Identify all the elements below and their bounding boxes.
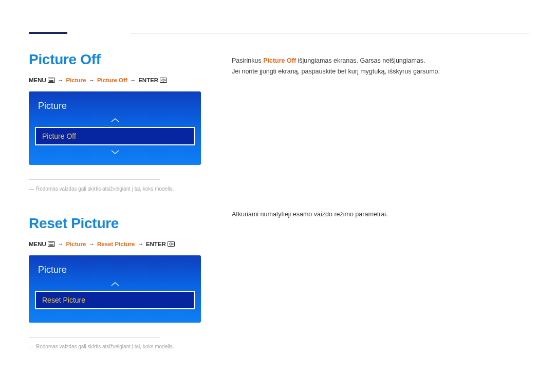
chevron-up-icon[interactable] (35, 117, 195, 124)
breadcrumb-reset-picture: MENU → Picture → Reset Picture → ENTER (29, 241, 201, 247)
osd-panel-reset-picture: Picture Reset Picture (29, 255, 201, 323)
osd-panel-title: Picture (38, 101, 193, 111)
osd-panel-picture-off: Picture Picture Off (29, 91, 201, 165)
section-heading-picture-off: Picture Off (29, 51, 201, 68)
body-text-suffix: išjungiamas ekranas. Garsas neišjungiama… (296, 57, 425, 64)
arrow-glyph: → (57, 241, 65, 247)
breadcrumb-menu-label: MENU (29, 77, 46, 83)
body-paragraph: Jei norite įjungti ekraną, paspauskite b… (232, 66, 529, 77)
section-heading-reset-picture: Reset Picture (29, 215, 201, 232)
footnote-text: ―Rodomas vaizdas gali skirtis atsižvelgi… (29, 185, 201, 193)
arrow-glyph: → (87, 241, 96, 247)
breadcrumb-enter-label: ENTER (146, 241, 166, 247)
footnote-content: Rodomas vaizdas gali skirtis atsižvelgia… (36, 344, 174, 349)
breadcrumb-menu-label: MENU (29, 241, 46, 247)
menu-icon (48, 241, 55, 247)
body-text-highlight: Picture Off (263, 57, 296, 64)
menu-icon (48, 78, 55, 83)
body-text-prefix: Pasirinkus (232, 57, 263, 64)
footnote-divider (29, 179, 160, 180)
breadcrumb-item: Reset Picture (97, 241, 135, 247)
breadcrumb-item: Picture (66, 77, 86, 83)
page-content: Picture Off MENU → Picture → Picture Off… (0, 0, 555, 371)
dash-glyph: ― (29, 186, 34, 192)
breadcrumb-enter-label: ENTER (138, 77, 158, 83)
arrow-glyph: → (87, 77, 96, 83)
osd-selected-item[interactable]: Reset Picture (35, 291, 195, 309)
enter-icon (168, 241, 175, 247)
breadcrumb-item: Picture Off (97, 77, 127, 83)
chevron-down-icon[interactable] (35, 148, 195, 156)
header-accent-bar (29, 32, 67, 34)
arrow-glyph: → (129, 77, 137, 83)
breadcrumb-item: Picture (66, 241, 86, 247)
footnote-divider (29, 337, 160, 338)
body-paragraph: Atkuriami numatytieji esamo vaizdo režim… (232, 209, 529, 220)
body-paragraph: Pasirinkus Picture Off išjungiamas ekran… (232, 55, 529, 66)
enter-icon (160, 78, 167, 83)
arrow-glyph: → (136, 241, 144, 247)
header-divider (130, 33, 529, 33)
dash-glyph: ― (29, 344, 34, 349)
footnote-text: ―Rodomas vaizdas gali skirtis atsižvelgi… (29, 343, 201, 350)
arrow-glyph: → (57, 77, 65, 83)
osd-panel-title: Picture (38, 265, 193, 275)
chevron-up-icon[interactable] (35, 281, 195, 288)
footnote-content: Rodomas vaizdas gali skirtis atsižvelgia… (36, 186, 174, 192)
osd-selected-item[interactable]: Picture Off (35, 127, 195, 145)
breadcrumb-picture-off: MENU → Picture → Picture Off → ENTER (29, 77, 201, 83)
